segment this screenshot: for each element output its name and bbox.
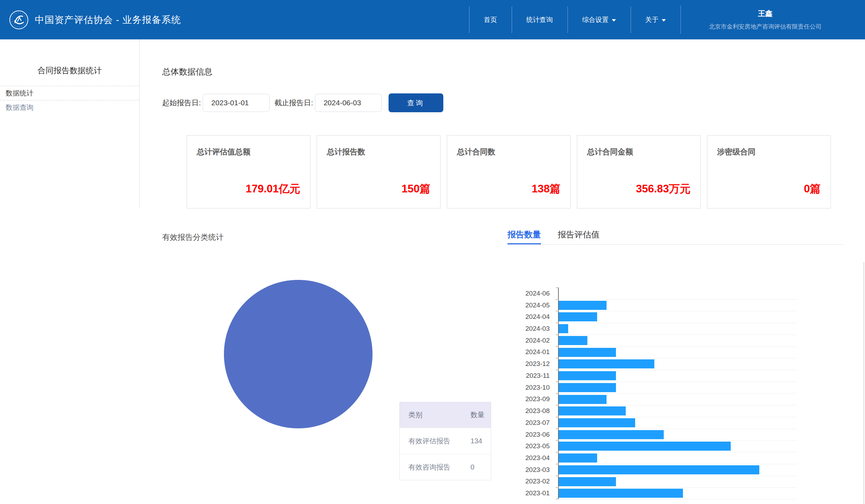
chart-row-2024-01 <box>558 346 797 359</box>
stat-card-value: 138篇 <box>532 182 561 196</box>
bar-2023-03 <box>559 465 759 474</box>
axis-tick <box>556 335 558 335</box>
axis-tick <box>556 464 558 464</box>
stat-card-total-contracts: 总计合同数138篇 <box>447 135 571 208</box>
bar-2023-05 <box>559 442 731 451</box>
ylabel-2024-05: 2024-05 <box>488 301 550 309</box>
ylabel-2023-04: 2023-04 <box>488 454 550 462</box>
ylabel-2023-09: 2023-09 <box>488 395 550 403</box>
navbar: 中国资产评估协会 - 业务报备系统 首页统计查询综合设置关于王鑫北京市金利安房地… <box>0 0 865 39</box>
page-title: 总体数据信息 <box>162 66 212 77</box>
chart-row-2023-05 <box>558 440 797 452</box>
ylabel-2024-04: 2024-04 <box>488 313 550 321</box>
bar-2023-07 <box>559 418 635 427</box>
chart-row-2023-04 <box>558 452 797 464</box>
ylabel-2023-10: 2023-10 <box>488 384 550 391</box>
stat-card-value: 0篇 <box>804 182 821 196</box>
quantity-cell: 134 <box>461 437 482 445</box>
ylabel-2024-03: 2024-03 <box>488 325 550 333</box>
axis-tick <box>556 370 558 370</box>
bar-2023-09 <box>559 395 607 404</box>
ylabel-2023-05: 2023-05 <box>488 442 550 450</box>
ylabel-2024-02: 2024-02 <box>488 337 550 344</box>
sidebar-item-data-statistics[interactable]: 数据统计 <box>0 86 139 100</box>
user-company: 北京市金利安房地产咨询评估有限责任公司 <box>709 23 822 31</box>
chart-row-2024-03 <box>558 323 797 335</box>
axis-tick <box>556 499 558 499</box>
association-logo-icon <box>9 10 29 30</box>
ylabel-2023-07: 2023-07 <box>488 419 550 427</box>
bar-2024-02 <box>559 336 587 345</box>
axis-tick <box>556 487 558 488</box>
stat-card-total-reports: 总计报告数150篇 <box>317 135 441 208</box>
nav-item-home[interactable]: 首页 <box>469 0 512 39</box>
bar-2023-11 <box>559 371 616 380</box>
ylabel-2024-06: 2024-06 <box>488 290 550 297</box>
tab-report-count[interactable]: 报告数量 <box>507 228 541 244</box>
tab-report-assessed-value[interactable]: 报告评估值 <box>558 228 600 244</box>
chart-row-2023-02 <box>558 476 797 488</box>
chart-tabs: 报告数量报告评估值 <box>507 228 600 244</box>
axis-tick <box>556 382 558 382</box>
start-date-label: 起始报告日: <box>162 98 201 108</box>
chart-row-2024-02 <box>558 335 797 347</box>
stat-card-value: 179.01亿元 <box>246 182 300 196</box>
axis-tick <box>556 429 558 429</box>
search-button[interactable]: 查询 <box>389 93 443 112</box>
axis-tick <box>556 299 558 300</box>
ylabel-2023-08: 2023-08 <box>488 407 550 415</box>
axis-tick <box>556 405 558 405</box>
scrollbar-track[interactable] <box>863 262 864 504</box>
quantity-header-label: 数量 <box>461 410 484 420</box>
nav-item-about[interactable]: 关于 <box>631 0 680 39</box>
end-date-input[interactable] <box>315 94 382 112</box>
bar-2023-10 <box>559 383 616 392</box>
axis-tick <box>556 311 558 311</box>
axis-tick <box>556 440 558 441</box>
quantity-cell: 0 <box>461 463 474 471</box>
chart-row-2023-10 <box>558 382 797 394</box>
axis-tick <box>556 452 558 452</box>
chart-row-2024-06 <box>558 288 797 300</box>
user-name: 王鑫 <box>758 9 773 18</box>
tab-divider <box>507 244 844 245</box>
stat-card-classified-contracts: 涉密级合同0篇 <box>707 135 831 208</box>
ylabel-2023-01: 2023-01 <box>488 489 550 497</box>
bar-2023-12 <box>559 359 654 368</box>
chevron-down-icon <box>612 19 616 22</box>
chevron-down-icon <box>662 19 666 22</box>
nav-item-statistics-query[interactable]: 统计查询 <box>512 0 567 39</box>
table-row: 有效评估报告134 <box>400 428 491 454</box>
ylabel-2023-02: 2023-02 <box>488 478 550 485</box>
stat-card-value: 356.83万元 <box>636 182 691 196</box>
chart-row-2023-01 <box>558 487 797 499</box>
bar-2023-06 <box>559 430 664 439</box>
axis-tick <box>556 288 558 288</box>
pie-chart <box>224 280 373 428</box>
category-table-header: 类别数量 <box>400 402 491 428</box>
bar-2023-01 <box>559 489 683 498</box>
bar-2023-08 <box>559 406 626 415</box>
end-date-label: 截止报告日: <box>274 98 313 108</box>
nav-item-general-settings[interactable]: 综合设置 <box>567 0 631 39</box>
ylabel-2023-06: 2023-06 <box>488 431 550 438</box>
brand: 中国资产评估协会 - 业务报备系统 <box>9 0 181 39</box>
sidebar-title: 合同报告数据统计 <box>0 65 139 76</box>
start-date-input[interactable] <box>203 94 270 112</box>
chart-row-2024-05 <box>558 299 797 312</box>
axis-tick <box>556 417 558 417</box>
stat-card-total-assessed-value: 总计评估值总额179.01亿元 <box>187 135 310 208</box>
sidebar-list: 数据统计数据查询 <box>0 86 139 114</box>
ylabel-2023-12: 2023-12 <box>488 360 550 368</box>
axis-tick <box>556 323 558 323</box>
bar-2023-02 <box>559 477 616 486</box>
bar-chart-ylabels: 2024-062024-052024-042024-032024-022024-… <box>488 288 554 499</box>
chart-row-2023-09 <box>558 394 797 406</box>
nav-item-label: 综合设置 <box>582 15 609 24</box>
chart-row-2023-07 <box>558 417 797 429</box>
category-cell: 有效咨询报告 <box>400 463 461 472</box>
user-block[interactable]: 王鑫北京市金利安房地产咨询评估有限责任公司 <box>680 0 850 39</box>
table-row: 有效咨询报告0 <box>400 454 491 480</box>
bar-2023-04 <box>559 453 597 463</box>
sidebar-item-data-query[interactable]: 数据查询 <box>0 100 139 114</box>
